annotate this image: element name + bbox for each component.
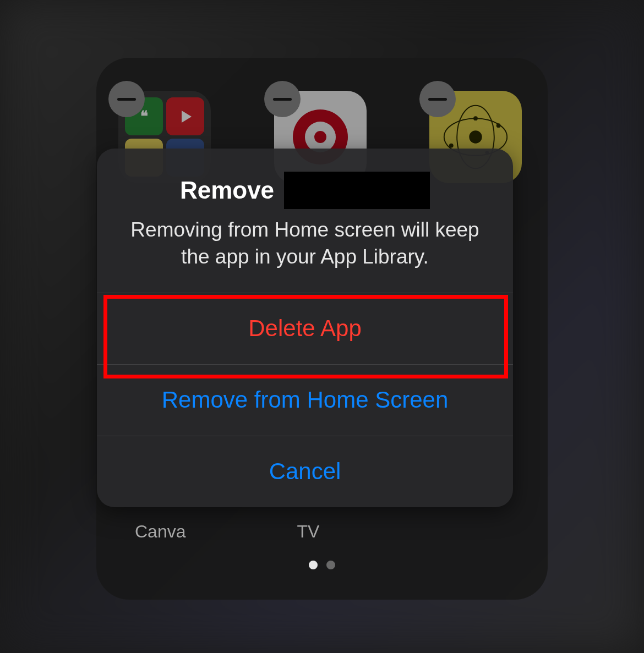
remove-badge-icon[interactable] — [108, 81, 145, 117]
alert-header: Remove Removing from Home screen will ke… — [97, 149, 513, 293]
redacted-app-name — [284, 172, 430, 209]
cancel-button[interactable]: Cancel — [97, 436, 513, 507]
app-label: TV — [250, 522, 410, 542]
app-labels-row: Canva TV — [118, 522, 526, 542]
page-dot-active — [309, 561, 318, 569]
alert-title-row: Remove — [119, 172, 491, 209]
remove-from-home-button[interactable]: Remove from Home Screen — [97, 364, 513, 436]
remove-badge-icon[interactable] — [264, 81, 301, 117]
alert-title: Remove — [180, 177, 274, 204]
remove-app-alert: Remove Removing from Home screen will ke… — [97, 149, 513, 507]
remove-badge-icon[interactable] — [419, 81, 456, 117]
app-label-empty — [410, 522, 526, 542]
delete-app-button[interactable]: Delete App — [97, 293, 513, 364]
page-dot — [326, 561, 335, 569]
alert-message: Removing from Home screen will keep the … — [119, 217, 491, 271]
page-indicator[interactable] — [96, 561, 548, 569]
app-label: Canva — [118, 522, 250, 542]
